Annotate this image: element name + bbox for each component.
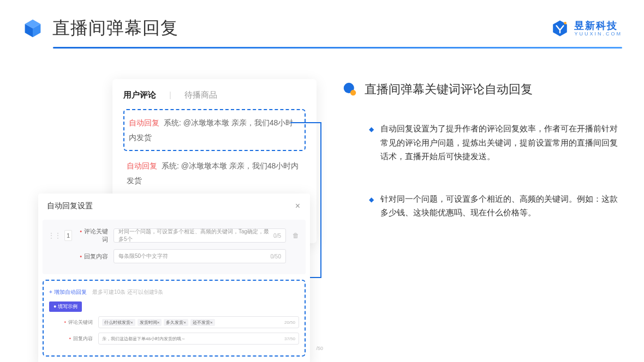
description-list: ◆ 自动回复设置为了提升作者的评论回复效率，作者可在开播前针对常见的评论用户问题… [343,122,622,220]
example-section: + 增加自动回复 最多可建10条 还可以创建9条 ● 填写示例 评论关键词 什么… [43,280,306,357]
cube-logo-icon [23,19,43,38]
add-hint-text: 最多可建10条 还可以创建9条 [92,289,163,295]
section-title: 直播间弹幕关键词评论自动回复 [365,81,533,98]
diamond-bullet-icon: ◆ [369,124,374,164]
keyword-input[interactable]: 对同一个问题，可设置多个相近、高频的关键词，Tag确定，最多5个 0/5 [114,228,286,243]
keyword-tag[interactable]: 什么时候发货× [102,319,135,326]
brand-block: 昱新科技 YUUXIN.COM [551,20,622,37]
row-drag-order: ⋮⋮ 1 [48,230,72,241]
example-keyword-label: 评论关键词 [49,319,93,326]
order-number: 1 [64,230,72,241]
main-content: 用户评论 | 待播商品 自动回复 系统: @冰墩墩本墩 亲亲，我们48小时内发货… [0,49,644,346]
brand-hex-icon [551,20,569,37]
keyword-tag[interactable]: 发货时间× [138,319,162,326]
description-text: 自动回复设置为了提升作者的评论回复效率，作者可在开播前针对常见的评论用户问题，提… [380,122,621,164]
outside-counter: /50 [316,346,323,351]
modal-form-body: ⋮⋮ 1 评论关键词 对同一个问题，可设置多个相近、高频的关键词，Tag确定，最… [43,220,306,274]
example-keyword-counter: 20/50 [284,320,295,325]
example-content-row: 回复内容 亲，我们这边都是下单48小时内发货的哦～ 37/50 [49,333,299,345]
example-content-input[interactable]: 亲，我们这边都是下单48小时内发货的哦～ 37/50 [98,333,299,345]
description-column: 直播间弹幕关键词评论自动回复 ◆ 自动回复设置为了提升作者的评论回复效率，作者可… [338,79,622,346]
screenshots-column: 用户评论 | 待播商品 自动回复 系统: @冰墩墩本墩 亲亲，我们48小时内发货… [38,79,317,346]
auto-reply-settings-modal: 自动回复设置 × ⋮⋮ 1 评论关键词 对同一个问题，可设置多个相近、高频的关键… [38,194,310,362]
keyword-tag[interactable]: 还不发货× [190,319,215,326]
auto-reply-badge: 自动回复 [129,118,159,127]
content-row: 回复内容 每条限50个中文字符 0/50 [48,249,300,263]
modal-header: 自动回复设置 × [38,194,310,216]
example-content-label: 回复内容 [49,335,93,342]
comment-item-highlighted: 自动回复 系统: @冰墩墩本墩 亲亲，我们48小时内发货 [123,109,306,151]
tab-separator: | [169,90,171,100]
content-label: 回复内容 [77,252,108,261]
section-head: 直播间弹幕关键词评论自动回复 [343,81,622,98]
comment-tabs: 用户评论 | 待播商品 [123,90,306,100]
keyword-counter: 0/5 [273,233,281,239]
delete-icon[interactable]: 🗑 [291,232,300,239]
header-left: 直播间弹幕回复 [23,16,178,40]
content-placeholder: 每条限50个中文字符 [118,252,168,260]
comment-item: 自动回复 系统: @冰墩墩本墩 亲亲，我们48小时内发货 [123,156,306,190]
keyword-placeholder: 对同一个问题，可设置多个相近、高频的关键词，Tag确定，最多5个 [118,228,273,243]
content-counter: 0/50 [271,254,281,260]
diamond-bullet-icon: ◆ [369,194,374,220]
example-content-counter: 37/50 [284,336,295,341]
description-text: 针对同一个问题，可设置多个相近的、高频的关键词。例如：这款多少钱、这块能优惠吗、… [380,192,621,220]
brand-text: 昱新科技 YUUXIN.COM [574,21,622,37]
description-item: ◆ 自动回复设置为了提升作者的评论回复效率，作者可在开播前针对常见的评论用户问题… [369,122,622,164]
example-badge: ● 填写示例 [49,301,82,312]
tab-user-comments[interactable]: 用户评论 [123,90,156,100]
chat-bubble-icon [343,82,357,96]
brand-name-en: YUUXIN.COM [574,32,622,37]
svg-point-6 [350,90,356,95]
add-auto-reply-link[interactable]: + 增加自动回复 [49,288,87,296]
brand-name-cn: 昱新科技 [574,21,622,31]
keyword-row: ⋮⋮ 1 评论关键词 对同一个问题，可设置多个相近、高频的关键词，Tag确定，最… [48,227,300,244]
keyword-tag[interactable]: 多久发货× [164,319,188,326]
svg-point-4 [564,22,567,25]
keyword-label: 评论关键词 [77,227,108,244]
description-item: ◆ 针对同一个问题，可设置多个相近的、高频的关键词。例如：这款多少钱、这块能优惠… [369,192,622,220]
content-input[interactable]: 每条限50个中文字符 0/50 [114,249,286,263]
tab-pending-products[interactable]: 待播商品 [184,90,217,100]
page-title: 直播间弹幕回复 [52,16,178,40]
drag-handle-icon[interactable]: ⋮⋮ [48,232,61,239]
page-header: 直播间弹幕回复 昱新科技 YUUXIN.COM [0,0,644,47]
auto-reply-badge: 自动回复 [127,161,157,170]
modal-title: 自动回复设置 [47,201,93,211]
example-content-value: 亲，我们这边都是下单48小时内发货的哦～ [102,336,186,342]
example-keyword-row: 评论关键词 什么时候发货× 发货时间× 多久发货× 还不发货× 20/50 [49,316,299,328]
close-icon[interactable]: × [295,201,300,211]
example-keyword-input[interactable]: 什么时候发货× 发货时间× 多久发货× 还不发货× 20/50 [98,316,299,328]
add-reply-row: + 增加自动回复 最多可建10条 还可以创建9条 [49,286,299,300]
